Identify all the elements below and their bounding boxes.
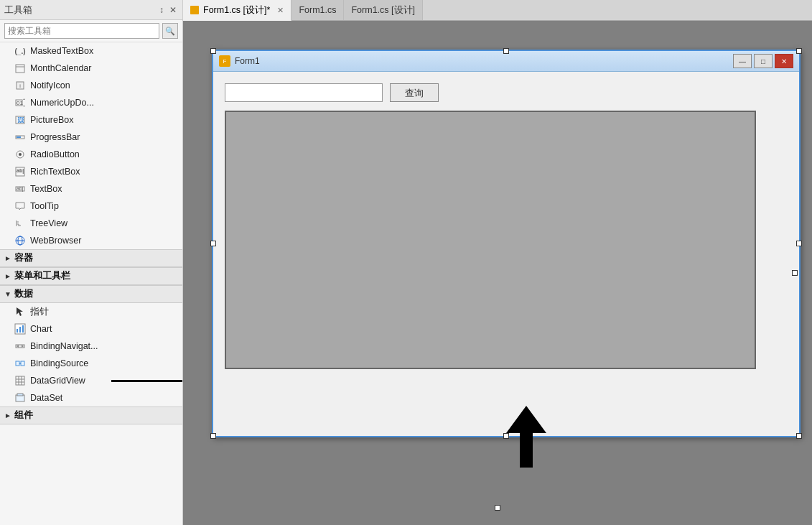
notifyicon-label: NotifyIcon bbox=[30, 80, 70, 90]
toolbox-item-dataset[interactable]: DataSet bbox=[0, 389, 182, 406]
svg-rect-28 bbox=[17, 329, 18, 333]
section-components[interactable]: ► 组件 bbox=[0, 406, 182, 424]
datagridview-icon bbox=[14, 375, 26, 386]
tab-label-active: Form1.cs [设计]* bbox=[203, 4, 270, 17]
bindingsource-icon bbox=[14, 358, 26, 369]
toolbox-item-treeview[interactable]: TreeView bbox=[0, 215, 182, 232]
selection-handle-tc bbox=[503, 48, 509, 54]
svg-marker-7 bbox=[23, 106, 25, 107]
design-handle-bottom[interactable] bbox=[495, 505, 500, 511]
toolbox-item-picturebox[interactable]: 🖼 PictureBox bbox=[0, 111, 182, 129]
datagridview-control[interactable] bbox=[225, 111, 756, 369]
richtextbox-label: RichTextBox bbox=[30, 167, 80, 177]
close-button[interactable]: ✕ bbox=[775, 54, 793, 68]
form-titlebar: F Form1 — □ ✕ bbox=[213, 51, 799, 72]
pointer-icon bbox=[14, 306, 26, 317]
selection-handle-mr bbox=[796, 241, 802, 246]
toolbox-item-progressbar[interactable]: ProgressBar bbox=[0, 129, 182, 146]
textbox-icon: ab| bbox=[14, 183, 26, 195]
query-button[interactable]: 查询 bbox=[390, 83, 439, 102]
chart-label: Chart bbox=[30, 324, 52, 334]
monthcalendar-icon bbox=[14, 62, 26, 74]
toolbox-item-monthcalendar[interactable]: MonthCalendar bbox=[0, 60, 182, 77]
svg-rect-30 bbox=[22, 325, 24, 333]
tab-form1-design-active[interactable]: Form1.cs [设计]* ✕ bbox=[183, 0, 291, 21]
search-icon: 🔍 bbox=[165, 27, 175, 36]
numericupdown-icon: 01 bbox=[14, 97, 26, 108]
svg-rect-34 bbox=[16, 361, 19, 366]
toolbox-item-richtextbox[interactable]: ab| RichTextBox bbox=[0, 163, 182, 180]
svg-text:🖼: 🖼 bbox=[17, 116, 24, 124]
tab-label-design-inactive: Form1.cs [设计] bbox=[351, 4, 415, 17]
up-arrow-annotation bbox=[506, 406, 546, 468]
svg-rect-37 bbox=[16, 376, 24, 385]
form-window: F Form1 — □ ✕ 查询 bbox=[212, 50, 801, 437]
toolbox-item-webbrowser[interactable]: WebBrowser bbox=[0, 232, 182, 249]
selection-handle-br bbox=[796, 433, 802, 439]
radiobutton-label: RadioButton bbox=[30, 149, 80, 159]
left-arrow-annotation bbox=[111, 373, 182, 388]
webbrowser-icon bbox=[14, 235, 26, 246]
toolbox-header-actions: ↕ ✕ bbox=[158, 5, 178, 15]
toolbox-item-tooltip[interactable]: ToolTip bbox=[0, 198, 182, 215]
tab-form1-cs[interactable]: Form1.cs bbox=[291, 0, 344, 20]
data-section-label: 数据 bbox=[14, 288, 33, 300]
bindingsource-label: BindingSource bbox=[30, 358, 88, 368]
search-button[interactable]: 🔍 bbox=[162, 23, 178, 39]
datagridview-label: DataGridView bbox=[30, 376, 85, 386]
monthcalendar-label: MonthCalendar bbox=[30, 63, 91, 73]
minimize-button[interactable]: — bbox=[733, 54, 752, 68]
richtextbox-icon: ab| bbox=[14, 166, 26, 177]
toolbox-panel: 工具箱 ↕ ✕ 🔍 (_.) MaskedTextBox MonthCalend… bbox=[0, 0, 183, 525]
section-container[interactable]: ► 容器 bbox=[0, 249, 182, 267]
svg-marker-26 bbox=[17, 307, 23, 316]
section-data[interactable]: ▼ 数据 bbox=[0, 285, 182, 303]
toolbox-search-bar: 🔍 bbox=[0, 20, 182, 42]
search-input[interactable] bbox=[4, 23, 159, 39]
svg-text:ab|: ab| bbox=[17, 168, 24, 174]
form-title: Form1 bbox=[235, 56, 733, 66]
toolbox-item-chart[interactable]: Chart bbox=[0, 320, 182, 338]
pin-icon[interactable]: ↕ bbox=[158, 5, 165, 15]
tab-label-cs: Form1.cs bbox=[299, 5, 336, 15]
maximize-button[interactable]: □ bbox=[754, 54, 773, 68]
numericupdown-label: NumericUpDo... bbox=[30, 98, 94, 108]
toolbox-item-notifyicon[interactable]: i NotifyIcon bbox=[0, 77, 182, 94]
svg-text:F: F bbox=[223, 58, 227, 65]
section-menu[interactable]: ► 菜单和工具栏 bbox=[0, 267, 182, 285]
dataset-icon bbox=[14, 392, 26, 404]
picturebox-icon: 🖼 bbox=[14, 114, 26, 126]
svg-rect-35 bbox=[21, 361, 24, 366]
textbox-label: TextBox bbox=[30, 184, 62, 194]
tab-close-active[interactable]: ✕ bbox=[277, 6, 284, 15]
selection-handle-tr bbox=[796, 48, 802, 54]
treeview-label: TreeView bbox=[30, 218, 67, 228]
auto-hide-icon[interactable]: ✕ bbox=[168, 5, 178, 15]
toolbox-item-radiobutton[interactable]: RadioButton bbox=[0, 146, 182, 163]
notifyicon-icon: i bbox=[14, 80, 26, 91]
tab-icon-active bbox=[190, 6, 199, 14]
dataset-label: DataSet bbox=[30, 393, 62, 403]
svg-rect-11 bbox=[17, 136, 21, 138]
progressbar-label: ProgressBar bbox=[30, 132, 80, 142]
query-textbox[interactable] bbox=[225, 83, 383, 102]
form-input-row: 查询 bbox=[225, 83, 788, 102]
design-handle-right[interactable] bbox=[792, 270, 798, 276]
toolbox-item-numericupdown[interactable]: 01 NumericUpDo... bbox=[0, 94, 182, 111]
toolbox-item-pointer[interactable]: 指针 bbox=[0, 303, 182, 320]
toolbox-item-maskedtextbox[interactable]: (_.) MaskedTextBox bbox=[0, 42, 182, 60]
svg-rect-0 bbox=[16, 65, 24, 73]
main-area: Form1.cs [设计]* ✕ Form1.cs Form1.cs [设计] … bbox=[183, 0, 812, 525]
design-canvas: F Form1 — □ ✕ 查询 bbox=[197, 35, 798, 511]
components-section-label: 组件 bbox=[14, 409, 33, 422]
toolbox-item-bindingsource[interactable]: BindingSource bbox=[0, 355, 182, 372]
components-section-arrow: ► bbox=[4, 412, 11, 419]
svg-text:01: 01 bbox=[17, 100, 23, 106]
toolbox-item-datagridview[interactable]: DataGridView bbox=[0, 372, 182, 389]
container-section-arrow: ► bbox=[4, 254, 11, 262]
tab-form1-design-inactive[interactable]: Form1.cs [设计] bbox=[344, 0, 423, 20]
bindingnavigator-label: BindingNavigat... bbox=[30, 341, 98, 351]
toolbox-item-textbox[interactable]: ab| TextBox bbox=[0, 180, 182, 198]
form-window-controls: — □ ✕ bbox=[733, 54, 793, 68]
toolbox-item-bindingnavigator[interactable]: BindingNavigat... bbox=[0, 338, 182, 355]
